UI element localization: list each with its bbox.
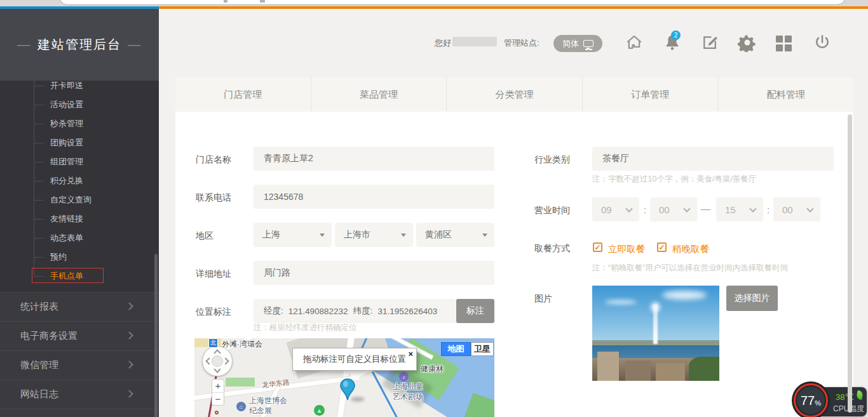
sidebar-item-reservation[interactable]: 预约 bbox=[0, 248, 159, 267]
sidebar-item-dynamic-form[interactable]: 动态表单 bbox=[0, 228, 159, 248]
browser-address-bar[interactable] bbox=[58, 0, 846, 5]
mark-location-button[interactable]: 标注 bbox=[456, 299, 494, 323]
content-scrollbar[interactable] bbox=[848, 114, 852, 413]
home-icon[interactable] bbox=[625, 33, 644, 52]
photo-cloud bbox=[605, 300, 637, 305]
open-minute-select[interactable]: 00 bbox=[650, 197, 697, 222]
bubble-close-icon[interactable]: × bbox=[408, 349, 413, 359]
browser-icon-fragment bbox=[224, 0, 227, 3]
language-label: 简体 bbox=[562, 38, 579, 50]
sidebar-section-site-log[interactable]: 网站日志 bbox=[0, 380, 159, 409]
language-toggle-pill[interactable]: 简体 bbox=[553, 35, 602, 52]
store-name-input[interactable]: 青青原上草2 bbox=[254, 147, 494, 171]
photo-building-tall bbox=[597, 352, 619, 381]
map-pin[interactable] bbox=[339, 378, 356, 404]
compass-center[interactable] bbox=[212, 355, 223, 367]
zoom-out-button[interactable]: − bbox=[212, 393, 224, 406]
choose-image-button[interactable]: 选择图片 bbox=[726, 286, 778, 311]
longitude-label: 经度: bbox=[264, 305, 283, 317]
pan-down-icon[interactable] bbox=[214, 366, 220, 373]
time-colon: : bbox=[767, 204, 770, 215]
browser-icon-fragment bbox=[260, 0, 265, 3]
map-label-bund: 外滩·湾環会 bbox=[222, 339, 262, 350]
photo-trees bbox=[689, 357, 719, 381]
sidebar-item-custom-query[interactable]: 自定义查询 bbox=[0, 190, 159, 209]
music-icon: ♪ bbox=[399, 372, 409, 381]
longitude-value: 121.490882232 bbox=[288, 307, 348, 316]
location-label: 位置标注 bbox=[196, 307, 231, 318]
industry-input[interactable]: 茶餐厅 bbox=[592, 147, 834, 171]
sidebar-item-points[interactable]: 积分兑换 bbox=[0, 171, 159, 190]
bubble-text: 拖动标注可自定义目标位置 bbox=[303, 354, 406, 365]
time-colon: : bbox=[644, 204, 646, 215]
map-type-satellite-button[interactable]: 卫星 bbox=[471, 342, 494, 356]
time-range-dash: — bbox=[701, 203, 710, 214]
cpu-percent-unit: % bbox=[815, 399, 821, 407]
pan-right-icon[interactable] bbox=[222, 357, 229, 364]
province-select[interactable]: 上海 bbox=[254, 223, 332, 247]
sidebar-section-wechat[interactable]: 微信管理 bbox=[0, 350, 159, 380]
address-label: 详细地址 bbox=[196, 268, 231, 280]
drag-hint-bubble: 拖动标注可自定义目标位置 × bbox=[292, 348, 417, 371]
chevron-down-icon bbox=[806, 205, 813, 212]
settings-gear-icon[interactable] bbox=[738, 33, 757, 52]
monitor-icon bbox=[583, 40, 593, 47]
tab-store-management[interactable]: 门店管理 bbox=[175, 77, 311, 112]
map-zoom-control: + − bbox=[212, 379, 224, 406]
latitude-label: 纬度: bbox=[353, 305, 373, 317]
photo-cloud bbox=[662, 291, 707, 300]
map-compass-control[interactable] bbox=[202, 346, 233, 376]
module-tabbar: 门店管理 菜品管理 分类管理 订单管理 配料管理 bbox=[175, 77, 853, 112]
close-hour-select[interactable]: 15 bbox=[716, 197, 763, 222]
sidebar: 开卡即送 活动设置 秒杀管理 团购设置 组团管理 积分兑换 自定义查询 友情链接… bbox=[0, 9, 159, 417]
latitude-value: 31.1952626403 bbox=[377, 307, 437, 316]
open-hour-select[interactable]: 09 bbox=[592, 197, 639, 222]
photo-fountain-top bbox=[651, 302, 660, 312]
dropdown-arrow-icon bbox=[320, 234, 325, 237]
power-icon[interactable] bbox=[813, 33, 832, 52]
tab-category-management[interactable]: 分类管理 bbox=[447, 77, 583, 112]
sidebar-item-links[interactable]: 友情链接 bbox=[0, 209, 159, 228]
district-select[interactable]: 黄浦区 bbox=[416, 223, 494, 247]
edit-icon[interactable] bbox=[700, 33, 719, 52]
sidebar-section-ecommerce[interactable]: 电子商务设置 bbox=[0, 321, 159, 350]
sidebar-item-activity[interactable]: 活动设置 bbox=[0, 95, 159, 114]
greeting-text: 您好 bbox=[435, 37, 451, 49]
title-dash-left: — bbox=[17, 37, 31, 52]
zoom-in-button[interactable]: + bbox=[212, 380, 224, 393]
map-type-map-button[interactable]: 地图 bbox=[441, 342, 471, 356]
dropdown-arrow-icon bbox=[401, 234, 406, 237]
coordinates-input[interactable]: 经度: 121.490882232 纬度: 31.1952626403 bbox=[254, 299, 456, 323]
pickup-label: 取餐方式 bbox=[534, 243, 570, 255]
chevron-down-icon bbox=[749, 205, 756, 212]
sidebar-item-group[interactable]: 组团管理 bbox=[0, 152, 159, 171]
pickup-note: 注：“稍晚取餐”用户可以选择在营业时间内选择取餐时间 bbox=[592, 263, 788, 274]
sidebar-section-reports[interactable]: 统计报表 bbox=[0, 292, 159, 321]
apps-grid-icon[interactable] bbox=[776, 36, 792, 51]
sidebar-item-groupbuy[interactable]: 团购设置 bbox=[0, 133, 159, 152]
sidebar-item-flashsale[interactable]: 秒杀管理 bbox=[0, 114, 159, 133]
chevron-right-icon bbox=[125, 331, 133, 340]
sidebar-scrollbar[interactable] bbox=[154, 254, 158, 417]
map-label-expo2: 纪念展 bbox=[249, 406, 272, 416]
map-park-strip bbox=[226, 378, 255, 387]
tab-order-management[interactable]: 订单管理 bbox=[583, 77, 719, 112]
phone-input[interactable]: 12345678 bbox=[254, 185, 494, 209]
pickup-now-label: 立即取餐 bbox=[608, 243, 645, 255]
city-select[interactable]: 上海市 bbox=[335, 223, 413, 247]
tab-ingredient-management[interactable]: 配料管理 bbox=[718, 77, 853, 112]
pickup-later-checkbox[interactable]: ✓ bbox=[657, 242, 667, 252]
close-minute-select[interactable]: 00 bbox=[773, 197, 820, 222]
tab-dish-management[interactable]: 菜品管理 bbox=[311, 77, 447, 112]
pickup-now-checkbox[interactable]: ✓ bbox=[593, 242, 602, 252]
map-widget[interactable]: ⌂ ♪ ▲ 外滩·湾環会 龙华东路 上海世博会 纪念展 健康林 上海儿童 艺术剧… bbox=[194, 338, 494, 417]
hours-label: 营业时间 bbox=[534, 205, 570, 216]
map-label-theater2: 艺术剧场 bbox=[393, 392, 423, 402]
small-poi-ring bbox=[215, 411, 219, 414]
active-item-highlight-box bbox=[32, 268, 104, 283]
title-dash-right: — bbox=[128, 37, 142, 52]
sidebar-section-partial bbox=[0, 409, 159, 417]
address-input[interactable]: 局门路 bbox=[254, 261, 494, 285]
cpu-usage-gauge[interactable]: 77 % bbox=[794, 383, 828, 417]
username-redacted bbox=[452, 37, 497, 46]
